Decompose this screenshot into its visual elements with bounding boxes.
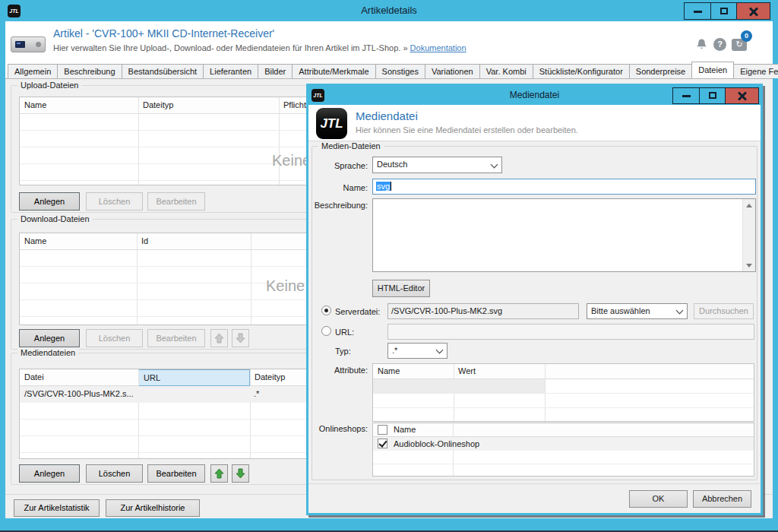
onlineshops-label: Onlineshops: (313, 424, 368, 433)
upload-anlegen-button[interactable]: Anlegen (19, 192, 80, 211)
upload-bearbeiten-button[interactable]: Bearbeiten (147, 192, 205, 211)
scroll-down-button[interactable] (743, 259, 755, 271)
attribute-col-name[interactable]: Name (378, 366, 400, 375)
attribute-col-wert[interactable]: Wert (458, 366, 476, 375)
scroll-up-button[interactable] (743, 199, 755, 211)
onlineshop-checkbox[interactable] (378, 439, 387, 448)
download-loeschen-button[interactable]: Löschen (86, 329, 143, 347)
typ-select[interactable]: .* (387, 343, 448, 359)
medien-move-down-button[interactable] (232, 464, 249, 483)
attribute-table-body (373, 379, 754, 421)
onlineshops-table-header: Name (373, 423, 754, 437)
close-button[interactable] (736, 3, 770, 19)
onlineshop-row[interactable]: Audioblock-Onlineshop (373, 437, 754, 451)
upload-group-title: Upload-Dateien (17, 81, 81, 90)
tab-attribute-merkmale[interactable]: Attribute/Merkmale (292, 64, 375, 78)
zur-artikelhistorie-button[interactable]: Zur Artikelhistorie (106, 499, 200, 517)
tab-dateien[interactable]: Dateien (691, 62, 734, 78)
upload-col-dateityp[interactable]: Dateityp (143, 100, 173, 109)
typ-value: .* (392, 346, 397, 355)
dokumentation-link[interactable]: Dokumentation (410, 43, 466, 52)
maximize-icon (709, 92, 716, 99)
onlineshops-col-name[interactable]: Name (394, 425, 416, 434)
minimize-button[interactable] (685, 3, 710, 19)
subtitle-text: Hier verwalten Sie Ihre Upload-, Downloa… (53, 43, 400, 52)
serverdatei-field[interactable]: /SVG/CVR-100-Plus-MK2.svg (387, 303, 579, 319)
tab-variationen[interactable]: Variationen (425, 64, 480, 78)
serverdatei-radio[interactable] (321, 306, 331, 315)
minimize-icon (694, 11, 702, 13)
url-field[interactable] (387, 324, 754, 340)
tab-bestandsuebersicht[interactable]: Bestandsübersicht (122, 64, 204, 78)
tab-stueckliste-konfigurator[interactable]: Stückliste/Konfigurator (533, 64, 630, 78)
bell-icon[interactable] (695, 38, 708, 52)
zur-artikelstatistik-button[interactable]: Zur Artikelstatistik (14, 499, 100, 517)
dialog-header-title: Mediendatei (356, 109, 418, 122)
scrollbar[interactable] (742, 199, 755, 271)
medien-loeschen-button[interactable]: Löschen (86, 464, 143, 483)
download-move-up-button[interactable] (210, 329, 228, 347)
arrow-up-icon (214, 333, 224, 344)
url-radio[interactable] (321, 326, 331, 336)
upload-loeschen-button[interactable]: Löschen (86, 192, 143, 211)
tab-lieferanten[interactable]: Lieferanten (203, 64, 258, 78)
typ-label: Typ: (335, 347, 382, 356)
maximize-button[interactable] (710, 3, 736, 19)
medien-col-url: URL (144, 373, 160, 382)
arrow-down-icon (236, 333, 245, 344)
onlineshop-name: Audioblock-Onlineshop (394, 439, 479, 448)
download-col-name[interactable]: Name (24, 236, 46, 245)
dialog-minimize-button[interactable] (673, 88, 699, 103)
sprache-select[interactable]: Deutsch (372, 157, 502, 173)
medien-col-datei[interactable]: Datei (24, 372, 44, 382)
attribute-new-row[interactable] (373, 379, 545, 394)
medien-col-dateityp[interactable]: Dateityp (255, 372, 285, 382)
download-col-id[interactable]: Id (141, 236, 148, 245)
url-label: URL: (335, 328, 382, 337)
product-thumbnail (11, 36, 46, 52)
tab-eigene-felder[interactable]: Eigene Felder (733, 64, 778, 78)
upload-col-name[interactable]: Name (24, 100, 46, 109)
notification-badge: 0 (741, 30, 752, 42)
tab-var-kombi[interactable]: Var. Kombi (479, 64, 533, 78)
tab-sonstiges[interactable]: Sonstiges (375, 64, 425, 78)
mediendatei-dialog: JTL Mediendatei JTL Mediendatei Hier kön… (306, 84, 763, 515)
ok-button[interactable]: OK (629, 490, 688, 508)
tab-bilder[interactable]: Bilder (258, 64, 293, 78)
dialog-body: JTL Mediendatei Hier können Sie eine Med… (308, 105, 761, 513)
durchsuchen-button[interactable]: Durchsuchen (694, 303, 754, 319)
maximize-icon (720, 8, 728, 14)
help-icon[interactable] (713, 38, 726, 51)
sprache-label: Sprache: (308, 161, 368, 170)
dialog-header: JTL Mediendatei Hier können Sie eine Med… (308, 105, 761, 141)
beschreibung-textarea[interactable] (372, 198, 756, 272)
download-bearbeiten-button[interactable]: Bearbeiten (147, 329, 205, 347)
tab-bar: Allgemein Beschreibung Bestandsübersicht… (5, 62, 773, 78)
tab-sonderpreise[interactable]: Sonderpreise (629, 64, 692, 78)
dialog-maximize-button[interactable] (699, 88, 725, 103)
download-move-down-button[interactable] (232, 329, 249, 347)
tab-allgemein[interactable]: Allgemein (8, 64, 58, 78)
server-select[interactable]: Bitte auswählen (587, 303, 688, 319)
dialog-close-button[interactable] (725, 88, 758, 103)
header-toolbar: 0 (693, 21, 773, 62)
tab-beschreibung[interactable]: Beschreibung (57, 64, 122, 78)
arrow-up-icon (214, 468, 224, 479)
dialog-header-subtitle: Hier können Sie eine Mediendatei erstell… (356, 125, 578, 135)
medien-move-up-button[interactable] (210, 464, 228, 483)
select-all-checkbox[interactable] (378, 425, 387, 435)
link-prefix: » (403, 43, 407, 52)
medien-anlegen-button[interactable]: Anlegen (19, 464, 80, 483)
medien-col-url-highlight[interactable]: URL (138, 369, 250, 386)
name-input[interactable]: svg (372, 179, 756, 195)
arrow-down-icon (236, 468, 245, 479)
html-editor-button[interactable]: HTML-Editor (372, 280, 430, 297)
dialog-separator (308, 483, 761, 484)
medien-bearbeiten-button[interactable]: Bearbeiten (147, 464, 205, 483)
attribute-table: Name Wert (372, 363, 754, 422)
abbrechen-button[interactable]: Abbrechen (693, 490, 751, 508)
triangle-up-icon (746, 204, 752, 207)
onlineshops-table: Name Audioblock-Onlineshop (372, 423, 754, 477)
download-anlegen-button[interactable]: Anlegen (19, 329, 80, 347)
upload-col-pflicht[interactable]: Pflicht (283, 100, 306, 109)
